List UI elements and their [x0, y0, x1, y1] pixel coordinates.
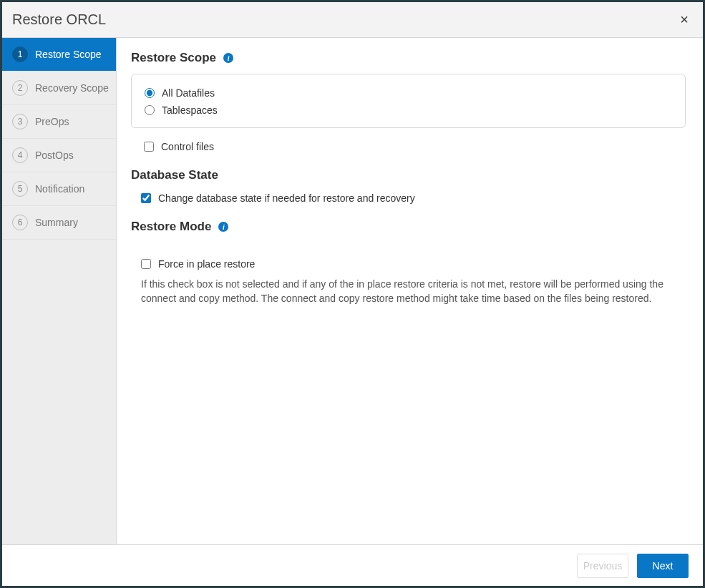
radio-all-datafiles-row: All Datafiles	[145, 84, 672, 102]
checkbox-control-files[interactable]	[144, 142, 154, 152]
info-icon[interactable]: i	[223, 53, 233, 63]
step-postops[interactable]: 4 PostOps	[2, 139, 116, 172]
radio-tablespaces[interactable]	[145, 105, 155, 115]
info-icon[interactable]: i	[218, 222, 228, 232]
step-number: 4	[12, 147, 28, 163]
step-summary[interactable]: 6 Summary	[2, 206, 116, 240]
step-label: PreOps	[35, 116, 69, 127]
titlebar: Restore ORCL ×	[2, 2, 703, 38]
close-icon[interactable]: ×	[676, 9, 693, 31]
step-number: 3	[12, 114, 28, 129]
force-restore-help: If this check box is not selected and if…	[131, 277, 686, 306]
step-number: 2	[12, 80, 28, 96]
database-state-heading: Database State	[131, 168, 686, 182]
step-preops[interactable]: 3 PreOps	[2, 105, 116, 139]
content-panel: Restore Scope i All Datafiles Tablespace…	[117, 38, 703, 544]
spacer	[131, 241, 686, 255]
radio-tablespaces-row: Tablespaces	[145, 102, 672, 119]
restore-mode-heading-label: Restore Mode	[131, 220, 211, 234]
step-restore-scope[interactable]: 1 Restore Scope	[2, 38, 116, 72]
checkbox-control-files-label[interactable]: Control files	[161, 141, 214, 152]
step-label: PostOps	[35, 150, 74, 161]
wizard-sidebar: 1 Restore Scope 2 Recovery Scope 3 PreOp…	[2, 38, 117, 544]
modal-title: Restore ORCL	[12, 11, 106, 28]
step-number: 6	[12, 215, 28, 230]
step-recovery-scope[interactable]: 2 Recovery Scope	[2, 72, 116, 105]
checkbox-force-restore-label[interactable]: Force in place restore	[158, 258, 255, 270]
force-restore-row: Force in place restore	[131, 255, 686, 273]
step-label: Notification	[35, 183, 84, 195]
restore-modal: Restore ORCL × 1 Restore Scope 2 Recover…	[0, 0, 705, 588]
control-files-row: Control files	[131, 138, 686, 155]
step-label: Recovery Scope	[35, 82, 109, 94]
next-button[interactable]: Next	[637, 554, 689, 578]
restore-mode-heading: Restore Mode i	[131, 220, 686, 234]
checkbox-force-restore[interactable]	[141, 259, 151, 269]
change-state-row: Change database state if needed for rest…	[131, 190, 686, 207]
previous-button[interactable]: Previous	[577, 554, 628, 578]
step-number: 1	[12, 46, 28, 62]
footer: Previous Next	[2, 544, 703, 586]
step-label: Summary	[35, 217, 78, 228]
radio-all-datafiles-label[interactable]: All Datafiles	[162, 87, 215, 99]
radio-all-datafiles[interactable]	[145, 88, 155, 98]
modal-body: 1 Restore Scope 2 Recovery Scope 3 PreOp…	[2, 38, 703, 544]
database-state-heading-label: Database State	[131, 168, 218, 182]
radio-tablespaces-label[interactable]: Tablespaces	[162, 104, 218, 116]
step-number: 5	[12, 181, 28, 197]
checkbox-change-state[interactable]	[141, 193, 151, 203]
step-label: Restore Scope	[35, 49, 102, 60]
checkbox-change-state-label[interactable]: Change database state if needed for rest…	[158, 192, 415, 204]
step-notification[interactable]: 5 Notification	[2, 172, 116, 206]
restore-scope-radio-group: All Datafiles Tablespaces	[131, 74, 686, 128]
restore-scope-heading-label: Restore Scope	[131, 51, 216, 65]
restore-scope-heading: Restore Scope i	[131, 51, 686, 65]
